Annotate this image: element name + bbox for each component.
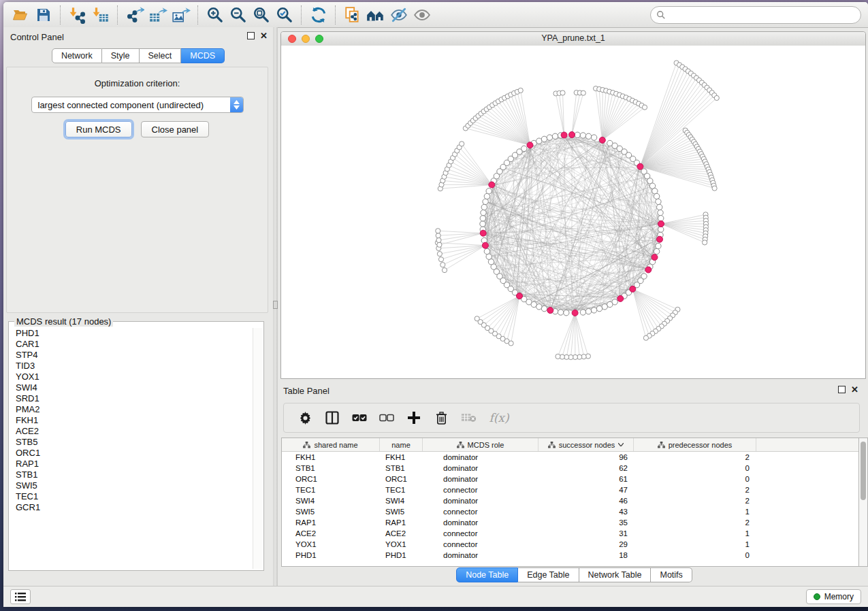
table-row[interactable]: ORC1ORC1dominator610: [282, 474, 858, 484]
panel-divider[interactable]: [273, 27, 278, 587]
table-row[interactable]: RAP1RAP1dominator352: [282, 517, 858, 528]
add-column-button[interactable]: [405, 409, 423, 427]
column-header-name[interactable]: name: [380, 438, 423, 451]
list-item[interactable]: STB5: [16, 437, 253, 448]
import-table-icon: [92, 6, 110, 24]
table-panel: Table Panel ✕ f(x): [280, 384, 868, 587]
optimization-label: Optimization criterion:: [7, 78, 268, 88]
memory-status-icon: [814, 593, 820, 600]
run-mcds-button[interactable]: Run MCDS: [65, 121, 132, 137]
table-row[interactable]: ACE2ACE2connector311: [282, 528, 858, 539]
show-columns-button[interactable]: [323, 409, 341, 427]
table-row[interactable]: YOX1YOX1connector291: [282, 539, 858, 550]
list-item[interactable]: SWI4: [16, 382, 253, 393]
table-settings-button[interactable]: [296, 409, 314, 427]
table-row[interactable]: STB1STB1dominator620: [282, 463, 858, 474]
delete-icon: [436, 412, 447, 425]
list-item[interactable]: STP4: [16, 350, 253, 361]
select-stepper-icon: [230, 97, 243, 112]
refresh-button[interactable]: [307, 5, 330, 25]
list-item[interactable]: GCR1: [16, 502, 253, 513]
tab-node-table[interactable]: Node Table: [456, 567, 518, 582]
column-header-successor-nodes[interactable]: successor nodes: [539, 438, 634, 451]
zoom-fit-button[interactable]: [250, 5, 273, 25]
list-item[interactable]: ACE2: [16, 426, 253, 437]
close-panel-button[interactable]: Close panel: [141, 121, 210, 137]
import-table-button[interactable]: [89, 5, 112, 25]
float-panel-icon[interactable]: [838, 386, 846, 393]
export-table-button[interactable]: [146, 5, 170, 25]
list-item[interactable]: FKH1: [16, 415, 253, 426]
column-header-shared-name[interactable]: shared name: [282, 438, 380, 451]
select-all-button[interactable]: [351, 409, 368, 427]
column-header-mcds-role[interactable]: MCDS role: [423, 438, 539, 451]
optimization-select[interactable]: largest connected component (undirected): [31, 97, 244, 113]
deselect-all-button[interactable]: [378, 409, 396, 427]
list-item[interactable]: SWI5: [16, 480, 253, 491]
workspace: Control Panel ✕ Network Style Select MCD…: [3, 27, 868, 587]
zoom-out-icon: [229, 6, 247, 24]
first-neighbors-button[interactable]: [364, 5, 387, 25]
hide-selected-button[interactable]: [387, 5, 411, 25]
zoom-in-button[interactable]: [204, 5, 227, 25]
network-window-titlebar[interactable]: YPA_prune.txt_1: [281, 32, 865, 46]
tab-edge-table[interactable]: Edge Table: [518, 567, 579, 582]
result-list-scrollbar[interactable]: [253, 328, 262, 569]
clone-network-button[interactable]: [341, 5, 364, 25]
list-item[interactable]: RAP1: [16, 459, 253, 469]
task-history-button[interactable]: [10, 589, 31, 604]
float-panel-icon[interactable]: [247, 32, 255, 39]
search-field[interactable]: [650, 6, 861, 24]
list-item[interactable]: SRD1: [16, 393, 253, 404]
open-file-button[interactable]: [9, 5, 32, 25]
list-item[interactable]: TEC1: [16, 491, 253, 502]
close-panel-icon[interactable]: ✕: [260, 32, 268, 39]
list-item[interactable]: ORC1: [16, 448, 253, 459]
save-session-button[interactable]: [32, 5, 55, 25]
tab-mcds[interactable]: MCDS: [181, 48, 225, 63]
list-item[interactable]: PMA2: [16, 404, 253, 415]
tab-network[interactable]: Network: [52, 48, 102, 63]
delete-column-button[interactable]: [432, 409, 450, 427]
table-row[interactable]: SWI5SWI5connector431: [282, 506, 858, 517]
tab-select[interactable]: Select: [140, 48, 182, 63]
network-window-title: YPA_prune.txt_1: [281, 33, 865, 43]
table-toolbar: f(x): [283, 403, 860, 433]
gear-icon: [299, 412, 312, 425]
toolbar-separator: [117, 5, 118, 24]
table-row[interactable]: FKH1FKH1dominator962: [282, 452, 858, 463]
list-item[interactable]: PHD1: [16, 328, 253, 339]
apply-function-button[interactable]: f(x): [487, 409, 511, 427]
table-row[interactable]: TEC1TEC1connector472: [282, 484, 858, 495]
list-item[interactable]: TID3: [16, 361, 253, 371]
table-row[interactable]: PHD1PHD1dominator180: [282, 550, 858, 561]
search-input[interactable]: [669, 10, 855, 20]
list-item[interactable]: YOX1: [16, 371, 253, 382]
refresh-icon: [309, 5, 328, 24]
export-image-button[interactable]: [170, 5, 193, 25]
delete-table-button[interactable]: [460, 409, 477, 427]
list-item[interactable]: CAR1: [16, 339, 253, 350]
scrollbar-thumb[interactable]: [861, 442, 866, 500]
network-area: YPA_prune.txt_1 Table Panel ✕: [278, 27, 868, 587]
show-all-button[interactable]: [411, 5, 434, 25]
table-row[interactable]: SWI4SWI4dominator462: [282, 495, 858, 506]
columns-icon: [325, 411, 339, 425]
export-network-button[interactable]: [123, 5, 146, 25]
list-item[interactable]: STB1: [16, 469, 253, 480]
zoom-out-button[interactable]: [227, 5, 250, 25]
open-folder-icon: [12, 7, 29, 23]
close-panel-icon[interactable]: ✕: [851, 386, 858, 393]
memory-button[interactable]: Memory: [806, 589, 861, 604]
network-canvas[interactable]: [281, 46, 865, 378]
import-network-button[interactable]: [66, 5, 89, 25]
search-icon: [656, 10, 666, 20]
mcds-result-list[interactable]: PHD1 CAR1 STP4 TID3 YOX1 SWI4 SRD1 PMA2 …: [10, 328, 253, 569]
zoom-selected-button[interactable]: [273, 5, 296, 25]
tab-style[interactable]: Style: [102, 48, 140, 63]
table-scrollbar[interactable]: [859, 437, 868, 567]
column-header-predecessor-nodes[interactable]: predecessor nodes: [634, 438, 756, 451]
tab-network-table[interactable]: Network Table: [579, 567, 652, 582]
divider-handle-icon[interactable]: [273, 301, 278, 309]
tab-motifs[interactable]: Motifs: [651, 567, 692, 582]
